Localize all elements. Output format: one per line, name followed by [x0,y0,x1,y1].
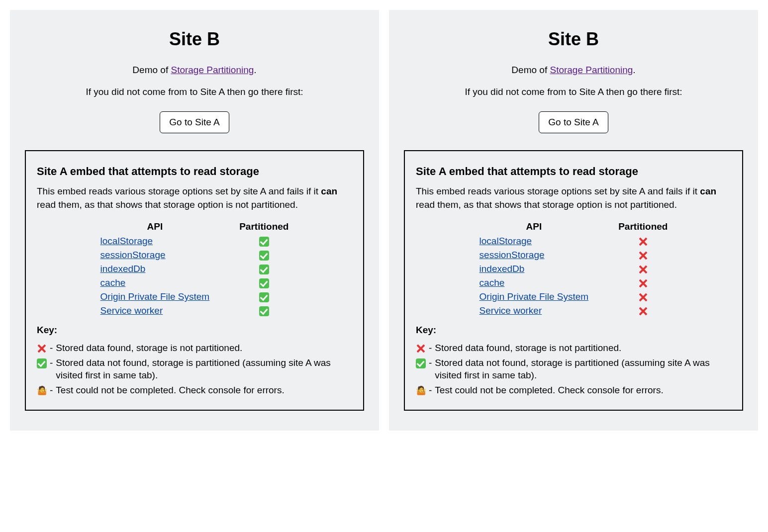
status-icon [638,251,648,261]
status-icon [638,278,648,288]
status-icon [259,237,269,247]
key-text: Stored data not found, storage is partit… [56,356,352,382]
api-link-service-worker[interactable]: Service worker [100,305,163,316]
status-icon [638,237,648,247]
api-link-cache[interactable]: cache [480,277,505,288]
status-cell [603,248,682,262]
status-cell [603,290,682,304]
panel-left: Site B Demo of Storage Partitioning. If … [10,10,379,431]
embed-heading: Site A embed that attempts to read stora… [416,165,731,178]
check-icon [416,356,429,369]
status-icon [638,292,648,302]
api-link-indexeddb[interactable]: indexedDb [480,264,525,274]
key-text: Stored data found, storage is not partit… [56,342,352,355]
embed-desc-after: read them, as that shows that storage op… [416,199,677,210]
panel-right: Site B Demo of Storage Partitioning. If … [389,10,758,431]
demo-line: Demo of Storage Partitioning. [25,65,364,76]
status-cell [603,262,682,276]
col-api: API [465,219,604,234]
button-row: Go to Site A [404,111,743,133]
table-row: sessionStorage [86,248,304,262]
demo-suffix: . [633,65,635,75]
status-cell [224,304,303,318]
embed-heading: Site A embed that attempts to read stora… [37,165,352,178]
col-partitioned: Partitioned [603,219,682,234]
api-link-opfs[interactable]: Origin Private File System [100,291,210,302]
table-row: localStorage [86,234,304,248]
status-cell [603,304,682,318]
api-link-opfs[interactable]: Origin Private File System [480,291,589,302]
status-cell [224,234,303,248]
key-item: - Stored data found, storage is not part… [416,341,731,355]
status-cell [603,276,682,290]
key-text: Test could not be completed. Check conso… [435,384,731,397]
api-link-indexeddb[interactable]: indexedDb [100,264,146,274]
status-cell [224,248,303,262]
demo-prefix: Demo of [511,65,550,75]
key-item: 🤷 - Test could not be completed. Check c… [37,383,352,398]
page: Site B Demo of Storage Partitioning. If … [0,0,768,450]
key-heading: Key: [37,325,352,336]
table-row: localStorage [465,234,683,248]
status-icon [259,292,269,302]
api-table: API Partitioned localStorage sessionStor… [465,219,683,318]
status-icon [638,306,648,316]
table-row: cache [86,276,304,290]
embed-desc-bold: can [321,186,337,196]
status-icon [259,306,269,316]
key-list: - Stored data found, storage is not part… [416,341,731,398]
demo-suffix: . [254,65,256,75]
api-link-service-worker[interactable]: Service worker [480,305,542,316]
embed-desc-before: This embed reads various storage options… [416,186,700,196]
status-cell [603,234,682,248]
api-table: API Partitioned localStorage sessionStor… [86,219,304,318]
status-cell [224,276,303,290]
page-title: Site B [25,29,364,50]
go-to-site-a-button[interactable]: Go to Site A [160,111,229,133]
embed-box: Site A embed that attempts to read stora… [404,150,743,411]
embed-description: This embed reads various storage options… [416,185,731,211]
api-link-localstorage[interactable]: localStorage [100,236,153,246]
key-text: Stored data not found, storage is partit… [435,356,731,382]
key-text: Test could not be completed. Check conso… [56,384,352,397]
table-row: Origin Private File System [465,290,683,304]
embed-box: Site A embed that attempts to read stora… [25,150,364,411]
api-link-sessionstorage[interactable]: sessionStorage [100,250,166,260]
table-row: Origin Private File System [86,290,304,304]
cross-icon [37,342,50,355]
key-item: 🤷 - Test could not be completed. Check c… [416,383,731,398]
status-icon [259,278,269,288]
embed-desc-before: This embed reads various storage options… [37,186,321,196]
table-row: sessionStorage [465,248,683,262]
go-to-site-a-button[interactable]: Go to Site A [539,111,608,133]
check-icon [37,356,50,369]
table-row: indexedDb [465,262,683,276]
storage-partitioning-link[interactable]: Storage Partitioning [550,65,633,75]
table-row: cache [465,276,683,290]
col-api: API [86,219,225,234]
storage-partitioning-link[interactable]: Storage Partitioning [171,65,254,75]
embed-desc-after: read them, as that shows that storage op… [37,199,298,210]
status-cell [224,290,303,304]
page-title: Site B [404,29,743,50]
table-row: Service worker [86,304,304,318]
key-item: - Stored data not found, storage is part… [37,355,352,383]
key-heading: Key: [416,325,731,336]
api-link-localstorage[interactable]: localStorage [480,236,532,246]
demo-line: Demo of Storage Partitioning. [404,65,743,76]
api-link-cache[interactable]: cache [100,277,126,288]
status-cell [224,262,303,276]
cross-icon [416,342,429,355]
shrug-icon: 🤷 [37,384,50,397]
api-link-sessionstorage[interactable]: sessionStorage [480,250,545,260]
embed-description: This embed reads various storage options… [37,185,352,211]
embed-desc-bold: can [700,186,716,196]
key-list: - Stored data found, storage is not part… [37,341,352,398]
col-partitioned: Partitioned [224,219,303,234]
key-item: - Stored data not found, storage is part… [416,355,731,383]
instruction-text: If you did not come from to Site A then … [25,87,364,97]
table-row: indexedDb [86,262,304,276]
shrug-icon: 🤷 [416,384,429,397]
table-row: Service worker [465,304,683,318]
key-text: Stored data found, storage is not partit… [435,342,731,355]
